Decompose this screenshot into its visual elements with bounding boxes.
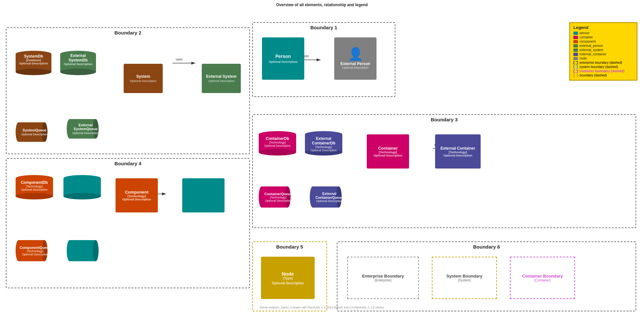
external-system-queue: External SystemQueue Optional Descriptio… [67, 119, 104, 139]
legend-container: container [573, 35, 633, 39]
system-rect-label: System [136, 74, 150, 79]
component-rect-type: [Technology] [128, 195, 146, 198]
enterprise-boundary-label: Enterprise Boundary [362, 274, 404, 278]
container-db-desc: Optional Description [260, 144, 295, 147]
person-desc: Optional Description [269, 60, 298, 63]
node-label: Node [282, 271, 294, 277]
container-db-label: ContainerDb [260, 136, 295, 141]
ext-container-rect-type: [Technology] [449, 151, 467, 154]
component-db-type: [Technology] [17, 185, 52, 188]
component-queue-label: ComponentQueue [17, 246, 53, 250]
legend-component-label: component [580, 40, 596, 43]
container-rect-type: [Technology] [379, 151, 397, 154]
external-system-db: External SystemDb Optional Description [60, 51, 96, 80]
system-boundary-box: System Boundary [System] [432, 257, 497, 299]
boundary-3-title: Boundary 3 [431, 117, 458, 122]
node-desc: Optional Description [272, 281, 304, 285]
container-boundary-type: [Container] [535, 278, 551, 282]
container-db: ContainerDb [Technology] Optional Descri… [259, 131, 296, 160]
ext-system-rect-desc: Optional Description [208, 79, 234, 83]
component-queue-type: [Technology] [17, 250, 53, 253]
legend-ext-person: external_person [573, 44, 633, 47]
ext-container-db-desc: Optional Description [306, 149, 341, 152]
external-container-queue: External ContainerQueue Optional Descrip… [310, 186, 349, 208]
node-type: [Type] [283, 277, 293, 280]
legend-ext-container: external_container [573, 52, 633, 56]
legend-system-boundary: system boundary (dashed) [573, 65, 633, 69]
enterprise-boundary-box: Enterprise Boundary [Enterprise] [347, 257, 419, 299]
legend-node-label: node [580, 57, 587, 60]
boundary-1-title: Boundary 1 [310, 25, 337, 30]
ext-container-queue-label: External ContainerQueue [311, 192, 348, 199]
legend-node: node [573, 57, 633, 60]
legend-box: Legend person container component extern… [569, 22, 637, 81]
person: Person Optional Description [262, 37, 304, 80]
ext-container-queue-desc: Optional Description [311, 199, 348, 203]
container-queue-desc: Optional Description [260, 199, 296, 202]
boundary-4: Boundary 4 ComponentDb [Technology] Opti… [6, 158, 250, 288]
ext-container-rect-desc: Optional Description [444, 154, 473, 157]
legend-person-label: person [580, 31, 590, 35]
legend-ext-system: external_system [573, 48, 633, 52]
footer-text: theme seaborn_Dark2_9 drawn with PlantUM… [260, 306, 384, 309]
boundary-5-title: Boundary 5 [276, 244, 303, 250]
boundary-5: Boundary 5 Node [Type] Optional Descript… [252, 241, 327, 311]
ext-person-label: External Person [340, 61, 370, 66]
external-container-rect: External Container [Technology] Optional… [435, 134, 481, 169]
ext-container-db-type: [Technology] [306, 145, 341, 149]
legend-ext-person-label: external_person [580, 44, 603, 47]
system-rect: System Optional Description [124, 64, 163, 93]
person-label: Person [275, 54, 291, 59]
component-queue: ComponentQueue [Technology] Optional Des… [16, 240, 55, 261]
container-boundary-label: Container Boundary [522, 274, 563, 278]
container-rect: Container [Technology] Optional Descript… [367, 134, 409, 169]
ext-container-db-label: External ContainerDb [306, 136, 341, 145]
ext-container-rect-label: External Container [441, 146, 475, 151]
boundary-6: Boundary 6 Enterprise Boundary [Enterpri… [337, 241, 636, 311]
legend-boundary-label: boundary (dashed) [580, 74, 607, 77]
diagram-area: uses uses uses uses Boundary 2 SystemDb … [0, 8, 644, 311]
container-queue-type: [Technology] [260, 196, 296, 199]
external-person: 👤 External Person Optional Description [334, 37, 377, 80]
boundary-2-title: Boundary 2 [115, 30, 142, 35]
container-db-type: [Technology] [260, 141, 295, 144]
legend-boundary: boundary (dashed) [573, 74, 633, 77]
page-title: Overview of all elements, relationship a… [0, 0, 644, 8]
ext-person-desc: Optional Description [342, 66, 368, 69]
system-rect-desc: Optional Description [130, 79, 156, 83]
legend-enterprise-boundary: enterprise boundary (dashed) [573, 61, 633, 64]
node-rect: Node [Type] Optional Description [261, 257, 315, 299]
boundary-4-title: Boundary 4 [115, 161, 142, 166]
external-container-db: External ContainerDb [Technology] Option… [305, 131, 342, 160]
legend-container-boundary-label: container boundary (dashed) [580, 69, 624, 73]
component-rect: Component [Technology] Optional Descript… [116, 178, 158, 212]
component-db: ComponentDb [Technology] Optional Descri… [16, 175, 53, 204]
component-db-label: ComponentDb [17, 180, 52, 185]
legend-container-boundary: container boundary (dashed) [573, 69, 633, 73]
component-target-rect [182, 178, 225, 212]
legend-enterprise-label: enterprise boundary (dashed) [580, 61, 622, 64]
container-boundary-box: Container Boundary [Container] [510, 257, 575, 299]
component-db2 [63, 175, 101, 204]
legend-system-boundary-label: system boundary (dashed) [580, 65, 618, 69]
system-boundary-type: [System] [458, 278, 471, 282]
boundary-3: Boundary 3 ContainerDb [Technology] Opti… [252, 114, 636, 228]
person-icon: 👤 [348, 48, 363, 60]
boundary-2: Boundary 2 SystemDb [Database] Optional … [6, 27, 250, 154]
legend-ext-system-label: external_system [580, 48, 603, 52]
component-db-desc: Optional Description [17, 188, 52, 191]
legend-component: component [573, 40, 633, 43]
ext-system-rect-label: External System [206, 74, 236, 79]
container-queue-label: ContainerQueue [260, 192, 296, 196]
legend-title: Legend [573, 25, 633, 30]
component-queue-desc: Optional Description [17, 253, 53, 256]
container-rect-desc: Optional Description [374, 154, 403, 157]
component-rect-desc: Optional Description [122, 198, 151, 201]
system-boundary-label: System Boundary [446, 274, 483, 278]
enterprise-boundary-type: [Enterprise] [375, 278, 391, 282]
container-rect-label: Container [378, 146, 398, 151]
external-system-rect: External System Optional Description [202, 64, 241, 93]
component-queue2 [67, 240, 106, 261]
legend-ext-container-label: external_container [580, 52, 606, 56]
boundary-6-title: Boundary 6 [473, 244, 500, 250]
